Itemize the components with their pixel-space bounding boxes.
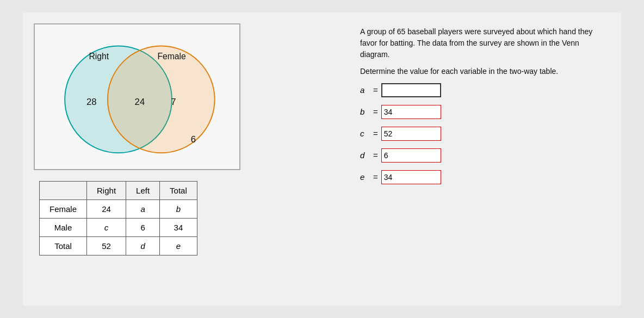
variable-row-b: b =	[360, 105, 610, 119]
svg-point-1	[108, 46, 215, 153]
table-header-right: Right	[87, 181, 126, 199]
description-text: A group of 65 baseball players were surv…	[360, 26, 599, 60]
table-header-empty	[40, 181, 87, 199]
table-male-total: 34	[160, 218, 197, 236]
variable-label-d: d	[360, 151, 371, 160]
left-circle-label: Right	[89, 52, 109, 61]
table-male-left: 6	[126, 218, 160, 236]
table-total-left: d	[126, 236, 160, 255]
variable-row-e: e =	[360, 170, 610, 184]
table-female-right: 24	[87, 199, 126, 218]
table-row-male: Male c 6 34	[40, 218, 197, 236]
table-header-left: Left	[126, 181, 160, 199]
table-total-total: e	[160, 236, 197, 255]
equals-e: =	[373, 172, 378, 182]
left-only-value: 28	[86, 96, 97, 107]
variable-row-d: d =	[360, 148, 610, 163]
variable-label-e: e	[360, 172, 371, 182]
table-label-female: Female	[40, 199, 87, 218]
table-label-male: Male	[40, 218, 87, 236]
equals-a: =	[373, 85, 378, 95]
table-row-female: Female 24 a b	[40, 199, 197, 218]
right-panel: A group of 65 baseball players were surv…	[360, 23, 610, 295]
right-only-value: 7	[171, 96, 176, 107]
intersection-value: 24	[135, 96, 145, 107]
variable-input-d[interactable]	[381, 148, 441, 163]
variable-input-a[interactable]	[381, 83, 441, 97]
outside-value: 6	[191, 134, 196, 144]
variable-input-e[interactable]	[381, 170, 441, 184]
variable-row-c: c =	[360, 127, 610, 141]
variable-label-c: c	[360, 129, 371, 138]
table-male-right: c	[87, 218, 126, 236]
table-label-total: Total	[40, 236, 87, 255]
equals-c: =	[373, 129, 378, 138]
description-line1: A group of 65 baseball players were surv…	[360, 27, 592, 59]
table-row-total: Total 52 d e	[40, 236, 197, 255]
table-female-total: b	[160, 199, 197, 218]
equals-b: =	[373, 107, 378, 116]
two-way-table: Right Left Total Female 24 a b Male c	[39, 181, 338, 255]
variable-input-c[interactable]	[381, 127, 441, 141]
determine-text: Determine the value for each variable in…	[360, 67, 610, 76]
equals-d: =	[373, 151, 378, 160]
variable-row-a: a =	[360, 83, 610, 97]
table-total-right: 52	[87, 236, 126, 255]
venn-diagram: Right Female 28 24 7 6	[34, 23, 240, 170]
variable-label-a: a	[360, 85, 371, 95]
right-circle-label: Female	[157, 52, 186, 61]
table-header-total: Total	[160, 181, 197, 199]
table-female-left: a	[126, 199, 160, 218]
variable-label-b: b	[360, 107, 371, 116]
variable-input-b[interactable]	[381, 105, 441, 119]
